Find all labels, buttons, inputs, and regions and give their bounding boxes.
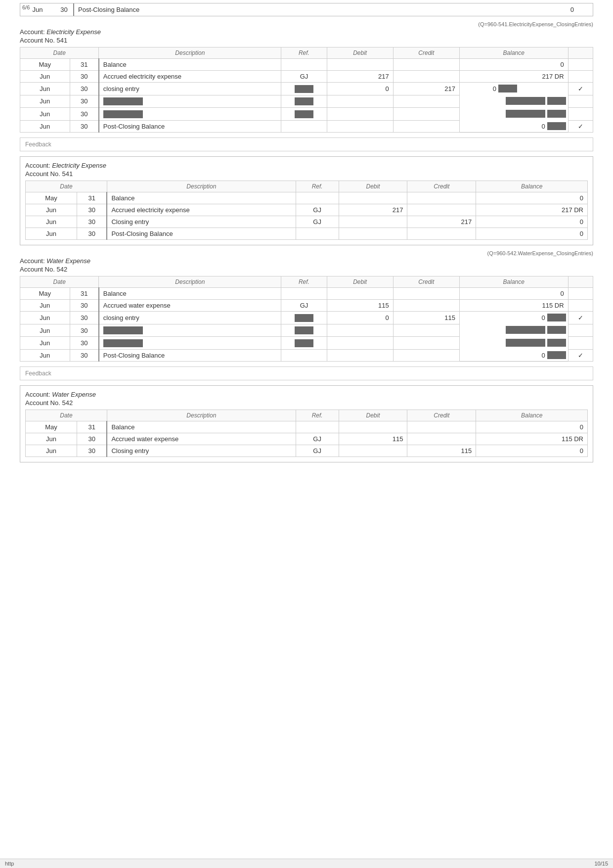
top-desc: Post-Closing Balance bbox=[74, 3, 425, 16]
water-fb-th-date: Date bbox=[26, 410, 107, 421]
water-r3-debit bbox=[327, 324, 393, 337]
water-r2-ref-input[interactable] bbox=[295, 314, 313, 322]
elec-r3-credit bbox=[393, 95, 459, 108]
water-r4-check bbox=[568, 337, 593, 350]
water-r5-check: ✓ bbox=[568, 349, 593, 362]
electricity-hint: (Q=960-541.ElectricityExpense_ClosingEnt… bbox=[20, 21, 593, 27]
table-row: Jun 30 Post-Closing Balance 0 bbox=[26, 228, 588, 240]
elec-r1-month: Jun bbox=[20, 71, 70, 83]
water-r1-desc: Accrued water expense bbox=[99, 300, 281, 312]
elec-r4-extra-input[interactable] bbox=[547, 110, 566, 118]
water-r0-desc: Balance bbox=[99, 288, 281, 300]
status-bar-url: http bbox=[5, 861, 14, 867]
water-account-title: Account: Water Expense bbox=[20, 257, 593, 265]
water-r4-month: Jun bbox=[20, 337, 70, 350]
water-r4-balance bbox=[460, 337, 568, 349]
electricity-account-name: Electricity Expense bbox=[46, 28, 101, 36]
elec-fb-account-no: Account No. 541 bbox=[25, 170, 588, 178]
elec-r3-balance-input[interactable] bbox=[506, 97, 545, 105]
top-balance: 0 bbox=[528, 3, 578, 16]
elec-r2-desc: closing entry bbox=[99, 83, 281, 95]
elec-r1-balance: 217 DR bbox=[459, 71, 568, 83]
elec-r1-desc: Accrued electricity expense bbox=[99, 71, 281, 83]
elec-r2-balance-input[interactable] bbox=[498, 85, 517, 92]
elec-r4-month: Jun bbox=[20, 108, 70, 121]
water-r5-ref bbox=[281, 349, 327, 362]
water-ledger-table: Date Description Ref. Debit Credit Balan… bbox=[20, 276, 593, 362]
elec-r3-desc-input[interactable] bbox=[103, 97, 143, 105]
elec-r4-debit bbox=[327, 108, 393, 121]
water-r3-day: 30 bbox=[70, 324, 99, 337]
top-ref-spacer bbox=[425, 3, 449, 16]
elec-r2-ref[interactable] bbox=[281, 83, 327, 95]
elec-fb-th-balance: Balance bbox=[476, 181, 588, 192]
water-r1-credit bbox=[393, 300, 459, 312]
water-r3-credit bbox=[393, 324, 459, 337]
elec-r5-balance-input[interactable] bbox=[547, 122, 566, 130]
table-row: Jun 30 Closing entry GJ 115 0 bbox=[26, 445, 588, 457]
water-r0-ref bbox=[281, 288, 327, 300]
water-r4-balance-input[interactable] bbox=[506, 339, 545, 347]
status-bar-page: 10/15 bbox=[594, 861, 608, 867]
top-balance-table: Jun 30 Post-Closing Balance 0 bbox=[20, 3, 593, 16]
water-fb-th-ref: Ref. bbox=[296, 410, 339, 421]
page-container: 6/6 Jun 30 Post-Closing Balance 0 (Q=960… bbox=[0, 3, 613, 462]
water-r3-month: Jun bbox=[20, 324, 70, 337]
electricity-header-row: Date Description Ref. Debit Credit Balan… bbox=[20, 47, 593, 59]
table-row: Jun 30 Post-Closing Balance 0 ✓ bbox=[20, 349, 593, 362]
water-th-credit: Credit bbox=[393, 276, 459, 288]
water-r4-ref-input[interactable] bbox=[295, 339, 313, 347]
elec-r3-desc bbox=[99, 95, 281, 108]
water-r3-balance-input[interactable] bbox=[506, 326, 545, 334]
elec-fb-th-credit: Credit bbox=[407, 181, 476, 192]
elec-r2-ref-input[interactable] bbox=[295, 85, 313, 93]
elec-th-check-spacer bbox=[568, 47, 593, 59]
water-r4-extra-input[interactable] bbox=[547, 339, 566, 347]
water-account-no: Account No. 542 bbox=[20, 266, 593, 273]
electricity-feedback-label: Feedback bbox=[25, 141, 51, 148]
water-r4-credit bbox=[393, 337, 459, 350]
electricity-account-no: Account No. 541 bbox=[20, 37, 593, 44]
elec-r3-day: 30 bbox=[70, 95, 99, 108]
water-r2-day: 30 bbox=[70, 312, 99, 324]
status-bar: http 10/15 bbox=[0, 859, 613, 868]
water-r4-desc-input[interactable] bbox=[103, 339, 143, 347]
water-section: (Q=960-542.WaterExpense_ClosingEntries) … bbox=[20, 250, 593, 362]
water-r0-check bbox=[568, 288, 593, 300]
water-r3-extra-input[interactable] bbox=[547, 326, 566, 334]
elec-r5-desc: Post-Closing Balance bbox=[99, 120, 281, 133]
table-row: May 31 Balance 0 bbox=[20, 288, 593, 300]
elec-r4-desc-input[interactable] bbox=[103, 110, 143, 118]
elec-r3-ref-input[interactable] bbox=[295, 97, 313, 105]
water-r3-ref-input[interactable] bbox=[295, 326, 313, 334]
elec-r5-ref bbox=[281, 120, 327, 133]
elec-r3-extra-input[interactable] bbox=[547, 97, 566, 105]
elec-r1-check bbox=[568, 71, 593, 83]
water-r3-desc-input[interactable] bbox=[103, 326, 143, 334]
electricity-section: (Q=960-541.ElectricityExpense_ClosingEnt… bbox=[20, 21, 593, 133]
electricity-feedback-answer: Account: Electricity Expense Account No.… bbox=[20, 156, 593, 245]
elec-r2-day: 30 bbox=[70, 83, 99, 95]
elec-r0-day: 31 bbox=[70, 59, 99, 71]
elec-fb-header-row: Date Description Ref. Debit Credit Balan… bbox=[26, 181, 588, 192]
water-r2-balance-input[interactable] bbox=[547, 314, 566, 321]
table-row: Jun 30 Closing entry GJ 217 0 bbox=[26, 216, 588, 228]
water-feedback-table: Date Description Ref. Debit Credit Balan… bbox=[25, 410, 588, 457]
water-r4-ref bbox=[281, 337, 327, 350]
elec-r4-check bbox=[568, 108, 593, 121]
elec-r4-ref-input[interactable] bbox=[295, 110, 313, 118]
electricity-feedback-box: Feedback bbox=[20, 137, 593, 151]
water-fb-account-title: Account: Water Expense bbox=[25, 391, 588, 398]
water-fb-th-credit: Credit bbox=[407, 410, 476, 421]
elec-r1-debit: 217 bbox=[327, 71, 393, 83]
water-r5-balance-input[interactable] bbox=[547, 351, 566, 359]
table-row: Jun 30 bbox=[20, 95, 593, 108]
water-feedback-box: Feedback bbox=[20, 366, 593, 380]
water-th-debit: Debit bbox=[327, 276, 393, 288]
water-r1-month: Jun bbox=[20, 300, 70, 312]
water-r5-month: Jun bbox=[20, 349, 70, 362]
water-r2-desc: closing entry bbox=[99, 312, 281, 324]
elec-r0-ref bbox=[281, 59, 327, 71]
elec-r4-balance-input[interactable] bbox=[506, 110, 545, 118]
water-r0-debit bbox=[327, 288, 393, 300]
